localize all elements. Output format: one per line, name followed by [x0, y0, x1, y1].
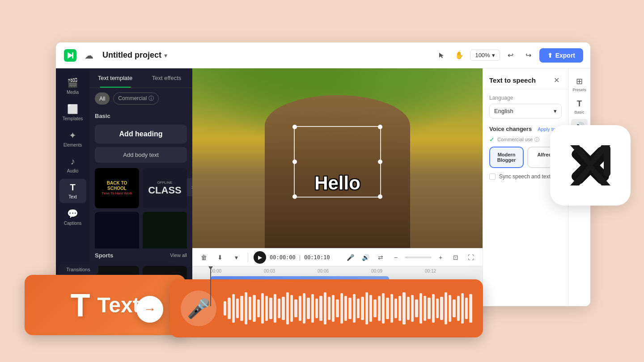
presets-label: Presets: [572, 88, 586, 92]
language-section: Language English ▾: [483, 89, 568, 124]
svg-rect-1: [72, 52, 73, 59]
presets-icon: ⊞: [576, 76, 583, 86]
export-btn[interactable]: ⬆ Export: [539, 48, 583, 63]
zoom-out-btn[interactable]: −: [390, 251, 402, 264]
timeline-dropdown-btn[interactable]: ▾: [230, 251, 242, 264]
audio-bar: [402, 292, 405, 324]
filter-all-btn[interactable]: All: [95, 93, 110, 105]
sidebar-item-captions-label: Captions: [64, 221, 81, 226]
sidebar-item-elements[interactable]: ✦ Elements: [59, 126, 86, 151]
audio-bars: [224, 290, 472, 326]
video-preview: Hello: [192, 68, 483, 248]
tab-text-effects[interactable]: Text effects: [141, 68, 192, 88]
audio-bar: [415, 299, 418, 317]
split-btn[interactable]: ⇄: [374, 251, 387, 264]
tab-text-template[interactable]: Text template: [89, 68, 141, 88]
floating-arrow-btn[interactable]: →: [136, 296, 163, 323]
sidebar-item-media[interactable]: 🎬 Media: [59, 74, 86, 98]
audio-bar: [269, 298, 272, 319]
sidebar-item-audio[interactable]: ♪ Audio: [59, 153, 86, 177]
elements-icon: ✦: [69, 130, 76, 141]
basic-text-icon: T: [577, 99, 582, 109]
audio-bar: [436, 299, 439, 318]
mic-circle: 🎤: [181, 290, 216, 326]
tts-title: Text to speech: [489, 76, 536, 84]
add-body-btn[interactable]: Add body text: [95, 147, 187, 163]
language-label: Language: [489, 95, 562, 101]
template-card-4[interactable]: [143, 212, 187, 248]
text-icon: T: [70, 182, 75, 193]
audio-bar: [440, 297, 443, 320]
sidebar-item-templates[interactable]: ⬜ Templates: [59, 100, 86, 125]
handle-tl[interactable]: [292, 125, 297, 129]
audio-icon: ♪: [71, 156, 75, 167]
zoom-control[interactable]: 100% ▾: [470, 50, 500, 61]
undo-btn[interactable]: ↩: [504, 48, 518, 63]
audio-bar: [245, 292, 247, 324]
presets-item-basic[interactable]: T Basic: [571, 97, 588, 117]
audio-bar: [319, 296, 322, 321]
redo-btn[interactable]: ↪: [521, 48, 536, 63]
filter-commercial-btn[interactable]: Commercial ⓘ: [113, 93, 158, 105]
handle-ml[interactable]: [292, 160, 297, 164]
video-area: Hello 🗑 ⬇ ▾: [192, 68, 483, 306]
cursor-tool-btn[interactable]: [434, 48, 449, 63]
zoom-slider[interactable]: [405, 257, 432, 258]
audio-bar: [257, 299, 260, 317]
language-chevron: ▾: [554, 108, 557, 114]
fit-btn[interactable]: ⊡: [449, 251, 462, 264]
ruler-mark-4: 00:12: [425, 269, 436, 274]
timeline-play-btn[interactable]: ▶: [254, 251, 266, 264]
cloud-icon[interactable]: ☁: [85, 50, 93, 61]
audio-bar: [332, 295, 335, 322]
project-title-chevron[interactable]: ▾: [164, 52, 167, 59]
presets-item-presets[interactable]: ⊞ Presets: [571, 74, 588, 95]
audio-bar: [336, 299, 339, 317]
sidebar-item-text[interactable]: T Text: [59, 179, 86, 203]
handle-tr[interactable]: [378, 125, 382, 129]
panel-toggle-btn[interactable]: ›: [187, 178, 192, 196]
editor-container: ☁ Untitled project ▾ ✋ 100% ▾ ↩ ↪ ⬆ Expo…: [56, 42, 590, 306]
language-select[interactable]: English ▾: [489, 104, 562, 118]
add-heading-btn[interactable]: Add heading: [95, 125, 187, 143]
sound-btn[interactable]: 🔊: [359, 251, 372, 264]
timeline-toolbar: 🗑 ⬇ ▾ ▶ 00:00:00 | 00:10:10 🎤 🔊 ⇄: [192, 248, 483, 266]
audio-bar: [286, 292, 289, 324]
view-all-link[interactable]: View all: [170, 253, 187, 258]
templates-icon: ⬜: [67, 104, 78, 114]
project-title: Untitled project: [102, 51, 161, 60]
audio-bar: [224, 301, 226, 316]
hand-tool-btn[interactable]: ✋: [452, 48, 466, 63]
audio-bar: [373, 299, 376, 317]
handle-mr[interactable]: [378, 160, 382, 164]
timeline-download-btn[interactable]: ⬇: [214, 251, 226, 264]
sidebar-item-text-label: Text: [68, 194, 76, 199]
sidebar-item-captions[interactable]: 💬 Captions: [59, 205, 86, 229]
audio-bar: [240, 296, 243, 321]
template-back-to-school[interactable]: BACK TOSCHOOL Time To Hard Work: [95, 168, 139, 208]
template-card-3[interactable]: [95, 212, 139, 248]
audio-bar: [265, 296, 268, 321]
export-icon: ⬆: [547, 52, 553, 59]
audio-bar: [294, 299, 297, 317]
fullscreen-btn[interactable]: ⛶: [465, 251, 477, 264]
sync-checkbox[interactable]: [489, 173, 496, 180]
mic-btn[interactable]: 🎤: [344, 251, 356, 264]
audio-bar: [232, 294, 235, 323]
audio-bar: [340, 293, 343, 324]
video-background: Hello: [192, 68, 483, 248]
voice-name-modern: ModernBlogger: [494, 152, 519, 163]
audio-bar: [398, 296, 401, 321]
play-icon: ▶: [258, 254, 262, 261]
audio-bar: [261, 293, 264, 324]
audio-bar: [278, 299, 280, 318]
zoom-in-btn[interactable]: +: [434, 251, 447, 264]
audio-bar: [386, 298, 389, 319]
tts-close-btn[interactable]: ✕: [551, 75, 562, 85]
voice-card-modern-blogger[interactable]: ModernBlogger: [489, 147, 524, 168]
timeline-delete-btn[interactable]: 🗑: [198, 251, 210, 264]
timeline-playhead[interactable]: [210, 266, 211, 306]
audio-bar: [249, 297, 251, 320]
sidebar-item-elements-label: Elements: [64, 143, 82, 147]
template-class[interactable]: OFFLINE CLASS: [143, 168, 187, 208]
